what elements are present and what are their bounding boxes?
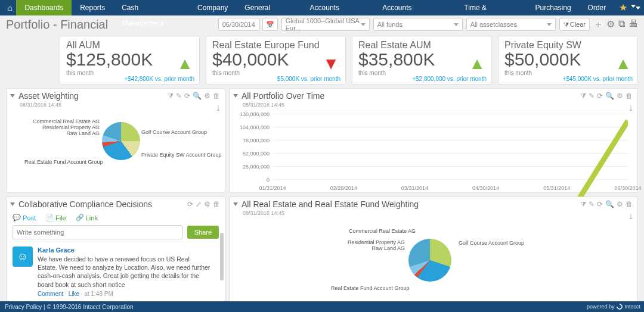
- panel-timestamp: 08/31/2016 14:45: [230, 210, 637, 219]
- nav-reports[interactable]: Reports: [72, 0, 113, 15]
- panel-title: All Real Estate and Real Estate Fund Wei…: [242, 199, 419, 209]
- funnel-icon[interactable]: ⧩: [580, 200, 586, 208]
- copy-icon[interactable]: ⧉: [618, 18, 625, 31]
- gear-icon[interactable]: ⚙: [617, 92, 623, 100]
- collapse-icon[interactable]: [233, 202, 238, 206]
- panel-title: Asset Weighting: [18, 91, 79, 101]
- x-tick: 02/28/2014: [330, 185, 357, 191]
- y-tick: 130,000,000: [237, 111, 270, 117]
- calendar-icon[interactable]: 📅: [262, 18, 278, 31]
- collapse-icon[interactable]: [10, 202, 15, 206]
- kpi-pe-sw[interactable]: Private Equity SW $50,000K this month ▲ …: [498, 36, 638, 85]
- nav-more-icon[interactable]: [636, 7, 640, 10]
- clear-button[interactable]: ⧩Clear: [559, 18, 590, 31]
- feed-text: We have decided to have a renewed focus …: [38, 255, 210, 289]
- comment-link[interactable]: Comment: [38, 291, 63, 297]
- gear-icon[interactable]: ⚙: [204, 200, 210, 208]
- funnel-icon: ⧩: [564, 21, 569, 29]
- kpi-compare: +$45,000K vs. prior month: [562, 76, 633, 82]
- y-tick: 78,000,000: [237, 138, 270, 143]
- collapse-icon[interactable]: [10, 94, 15, 98]
- funnel-icon[interactable]: ⧩: [168, 92, 174, 100]
- nav-accounts-receivable[interactable]: Accounts Receivable: [374, 0, 456, 15]
- write-input[interactable]: [13, 225, 182, 239]
- refresh-icon[interactable]: ⟳: [597, 92, 603, 100]
- pie-label: Commercial Real Estate AGResidential Pro…: [33, 118, 100, 136]
- feed-author[interactable]: Karla Grace: [38, 247, 210, 254]
- funnel-icon[interactable]: ⧩: [580, 92, 586, 100]
- arrow-up-icon: ▲: [469, 54, 485, 73]
- pie-label: Residential Property AGRaw Land AG: [333, 239, 405, 251]
- y-tick: 104,000,000: [237, 124, 270, 130]
- trash-icon[interactable]: 🗑: [626, 200, 633, 208]
- edit-icon[interactable]: ✎: [589, 92, 595, 100]
- file-action[interactable]: 📄 File: [45, 214, 66, 221]
- entity-select[interactable]: Global 1000--Global USA Eur...: [281, 18, 370, 31]
- panel-portfolio-time: All Portfolio Over Time ⧩ ✎ ⟳ 🔍 ⚙ 🗑 08/3…: [229, 88, 638, 193]
- portfolio-line-chart[interactable]: 130,000,000 104,000,000 78,000,000 52,00…: [237, 114, 630, 191]
- panel-asset-weighting: Asset Weighting ⧩ ✎ ⟳ 🔍 ⚙ 🗑 08/31/2016 1…: [6, 88, 225, 193]
- trash-icon[interactable]: 🗑: [213, 92, 220, 100]
- date-select[interactable]: 06/30/2014: [218, 18, 260, 31]
- trash-icon[interactable]: 🗑: [626, 92, 633, 100]
- footer-text: Privacy Policy | © 1999-2016 Intacct Cor…: [5, 304, 134, 310]
- print-icon[interactable]: 🖶: [628, 18, 638, 31]
- gear-icon[interactable]: ⚙: [617, 200, 623, 208]
- feed-item: ☺ Karla Grace We have decided to have a …: [7, 244, 225, 299]
- link-action[interactable]: 🔗 Link: [76, 214, 98, 221]
- search-icon[interactable]: 🔍: [605, 200, 614, 208]
- assetclass-select[interactable]: All assetclasses: [466, 18, 556, 31]
- edit-icon[interactable]: ✎: [176, 92, 182, 100]
- pie-label: Real Estate Fund Account Group: [24, 159, 103, 165]
- y-tick: 26,000,000: [237, 164, 270, 170]
- kpi-value: $50,000K: [504, 49, 631, 70]
- favorites-star-icon[interactable]: ★: [619, 2, 627, 13]
- popout-icon[interactable]: ⤢: [196, 200, 202, 208]
- nav-accounts-payable[interactable]: Accounts Payable: [302, 0, 374, 15]
- scrollbar[interactable]: [220, 233, 224, 280]
- kpi-all-aum[interactable]: All AUM $125,800K this month ▲ +$42,800K…: [60, 36, 200, 85]
- panel-re-weighting: All Real Estate and Real Estate Fund Wei…: [229, 196, 638, 302]
- share-button[interactable]: Share: [187, 226, 219, 239]
- collapse-icon[interactable]: [233, 94, 238, 98]
- pie-label: Commercial Real Estate AG: [349, 228, 408, 234]
- arrow-up-icon: ▲: [615, 54, 631, 73]
- powered-by: powered by Intacct: [587, 301, 640, 312]
- nav-cash-management[interactable]: Cash Management: [113, 0, 189, 15]
- kpi-re-europe[interactable]: Real Estate Europe Fund $40,000K this mo…: [206, 36, 346, 85]
- intacct-logo-icon: [615, 302, 624, 311]
- like-link[interactable]: Like: [69, 291, 79, 297]
- kpi-compare: +$42,800K vs. prior month: [124, 76, 194, 82]
- gear-icon[interactable]: ⚙: [204, 92, 210, 100]
- favorites-chevron-icon[interactable]: [631, 5, 636, 8]
- kpi-re-aum[interactable]: Real Estate AUM $35,800K this month ▲ +$…: [352, 36, 492, 85]
- trash-icon[interactable]: 🗑: [213, 200, 220, 208]
- nav-time-expenses[interactable]: Time & Expenses: [456, 0, 527, 15]
- asset-weighting-pie[interactable]: [102, 122, 140, 160]
- edit-icon[interactable]: ✎: [589, 200, 595, 208]
- search-icon[interactable]: 🔍: [605, 92, 614, 100]
- refresh-icon[interactable]: ⟳: [184, 92, 190, 100]
- nav-company[interactable]: Company: [189, 0, 236, 15]
- gear-icon[interactable]: ⚙: [606, 18, 615, 31]
- x-tick: 04/30/2014: [472, 185, 499, 191]
- refresh-icon[interactable]: ⟳: [597, 200, 603, 208]
- chart-export-icon[interactable]: ⤓: [628, 104, 634, 113]
- arrow-up-icon: ▲: [177, 54, 193, 73]
- funds-select[interactable]: All funds: [373, 18, 463, 31]
- pie-label: Private Equity SW Account Group: [141, 152, 222, 158]
- avatar-icon: ☺: [13, 247, 33, 267]
- kpi-compare: +$2,800,000 vs. prior month: [412, 76, 487, 82]
- nav-dashboards[interactable]: Dashboards: [16, 0, 72, 15]
- nav-purchasing[interactable]: Purchasing: [527, 0, 580, 15]
- panel-title: All Portfolio Over Time: [242, 91, 324, 101]
- home-icon[interactable]: ⌂: [4, 0, 16, 15]
- kpi-value: $40,000K: [212, 49, 339, 70]
- re-weighting-pie[interactable]: [408, 239, 451, 282]
- nav-general-ledger[interactable]: General Ledger: [236, 0, 301, 15]
- panel-timestamp: 08/31/2016 14:45: [7, 102, 225, 110]
- kpi-row: All AUM $125,800K this month ▲ +$42,800K…: [0, 33, 644, 88]
- post-action[interactable]: 💬 Post: [13, 214, 36, 221]
- refresh-icon[interactable]: ⟳: [187, 200, 193, 208]
- search-icon[interactable]: 🔍: [193, 92, 202, 100]
